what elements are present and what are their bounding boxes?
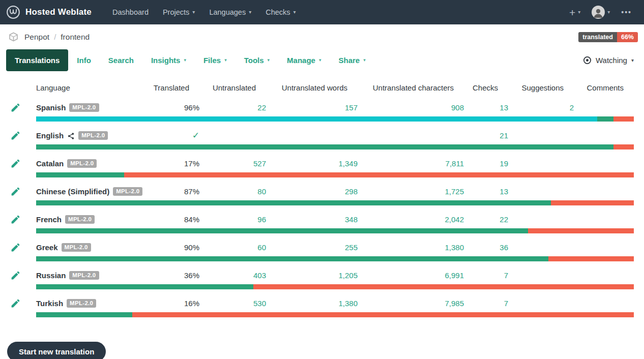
source-language-icon	[67, 132, 75, 140]
edit-translation-button[interactable]	[10, 214, 36, 225]
chevron-down-icon: ▾	[319, 58, 321, 63]
tab-info[interactable]: Info	[68, 49, 100, 71]
watching-dropdown[interactable]: Watching ▾	[583, 56, 634, 65]
untranslated-count-link[interactable]: 80	[257, 187, 266, 196]
nav-item-projects[interactable]: Projects▾	[157, 4, 200, 20]
start-new-translation-button[interactable]: Start new translation	[7, 342, 106, 359]
checks-count-link[interactable]: 19	[500, 159, 508, 168]
untranslated-characters-link[interactable]: 908	[451, 103, 464, 112]
language-name[interactable]: French	[36, 215, 62, 224]
chevron-down-icon: ▾	[192, 10, 195, 15]
translated-percent: 16%	[184, 299, 199, 308]
tab-insights[interactable]: Insights▾	[142, 49, 195, 71]
overflow-menu-button[interactable]: •••	[618, 6, 635, 18]
tab-search[interactable]: Search	[100, 49, 142, 71]
tab-translations[interactable]: Translations	[6, 49, 68, 71]
untranslated-count-link[interactable]: 22	[257, 103, 266, 112]
license-badge[interactable]: MPL-2.0	[78, 131, 108, 140]
language-name[interactable]: Spanish	[36, 103, 66, 112]
checks-count-link[interactable]: 21	[500, 131, 508, 140]
untranslated-count-link[interactable]: 96	[257, 215, 266, 224]
suggestions-count-link[interactable]: 2	[570, 103, 574, 112]
untranslated-characters-link[interactable]: 1,725	[445, 187, 464, 196]
license-badge[interactable]: MPL-2.0	[67, 299, 96, 308]
untranslated-words-link[interactable]: 1,380	[338, 299, 358, 308]
edit-translation-button[interactable]	[10, 242, 36, 253]
tab-files[interactable]: Files▾	[195, 49, 236, 71]
languages-table: Language Translated Untranslated Untrans…	[10, 83, 634, 317]
language-name[interactable]: Chinese (Simplified)	[36, 187, 109, 196]
weblate-brand[interactable]: Hosted Weblate	[6, 5, 92, 19]
edit-translation-button[interactable]	[10, 102, 36, 113]
untranslated-words-link[interactable]: 1,205	[338, 271, 358, 280]
top-navbar: Hosted Weblate Dashboard Projects▾ Langu…	[0, 0, 644, 24]
checks-count-link[interactable]: 13	[500, 103, 508, 112]
breadcrumb-component-link[interactable]: frontend	[61, 33, 90, 42]
tab-tools[interactable]: Tools▾	[236, 49, 278, 71]
nav-item-languages[interactable]: Languages▾	[203, 4, 257, 20]
untranslated-count-link[interactable]: 530	[253, 299, 266, 308]
license-badge[interactable]: MPL-2.0	[67, 159, 97, 168]
progress-bar[interactable]	[36, 284, 634, 289]
translated-status-badge[interactable]: translated 66%	[578, 32, 638, 42]
untranslated-words-link[interactable]: 157	[345, 103, 358, 112]
edit-translation-button[interactable]	[10, 298, 36, 309]
language-name[interactable]: Catalan	[36, 159, 64, 168]
license-badge[interactable]: MPL-2.0	[62, 243, 91, 252]
progress-bar[interactable]	[36, 256, 634, 261]
col-header-untranslated: Untranslated	[199, 83, 266, 92]
untranslated-characters-link[interactable]: 7,811	[446, 159, 464, 168]
add-menu-button[interactable]: + ▾	[566, 5, 583, 20]
progress-bar[interactable]	[36, 312, 634, 317]
tab-share[interactable]: Share▾	[330, 49, 374, 71]
edit-translation-button[interactable]	[10, 158, 36, 169]
progress-bar[interactable]	[36, 144, 634, 149]
checks-count-link[interactable]: 7	[504, 299, 508, 308]
language-table-body: Spanish MPL-2.0 96% 22 157 908 13 2	[10, 100, 634, 317]
checks-count-link[interactable]: 7	[504, 271, 508, 280]
edit-translation-button[interactable]	[10, 270, 36, 281]
progress-segment-untranslated	[613, 144, 634, 149]
untranslated-count-link[interactable]: 60	[257, 243, 266, 252]
chevron-down-icon: ▾	[363, 58, 366, 63]
translated-percent: 96%	[184, 103, 199, 112]
pencil-icon	[10, 102, 21, 113]
pencil-icon	[10, 186, 21, 197]
breadcrumb-project-link[interactable]: Penpot	[24, 33, 49, 42]
language-name[interactable]: Greek	[36, 243, 58, 252]
table-row: English MPL-2.0 ✓ 21	[10, 128, 634, 149]
license-badge[interactable]: MPL-2.0	[65, 215, 95, 224]
untranslated-characters-link[interactable]: 6,991	[445, 271, 464, 280]
checks-count-link[interactable]: 22	[500, 215, 508, 224]
component-tabs: Translations Info Search Insights▾ Files…	[0, 48, 644, 71]
progress-bar[interactable]	[36, 116, 634, 122]
progress-bar[interactable]	[36, 200, 634, 205]
license-badge[interactable]: MPL-2.0	[69, 271, 99, 280]
nav-item-checks[interactable]: Checks▾	[260, 4, 301, 20]
nav-item-dashboard[interactable]: Dashboard	[107, 4, 154, 20]
language-name[interactable]: Turkish	[36, 299, 63, 308]
untranslated-characters-link[interactable]: 7,985	[445, 299, 464, 308]
tab-manage[interactable]: Manage▾	[278, 49, 330, 71]
progress-bar[interactable]	[36, 228, 634, 233]
untranslated-characters-link[interactable]: 2,042	[445, 215, 464, 224]
untranslated-count-link[interactable]: 527	[253, 159, 266, 168]
license-badge[interactable]: MPL-2.0	[69, 103, 99, 112]
table-row: Russian MPL-2.0 36% 403 1,205 6,991 7	[10, 267, 634, 289]
user-menu-button[interactable]: ▾	[589, 4, 613, 21]
untranslated-words-link[interactable]: 348	[345, 215, 358, 224]
edit-translation-button[interactable]	[10, 186, 36, 197]
untranslated-characters-link[interactable]: 1,380	[445, 243, 464, 252]
edit-translation-button[interactable]	[10, 130, 36, 141]
language-name[interactable]: Russian	[36, 271, 66, 280]
untranslated-words-link[interactable]: 255	[345, 243, 358, 252]
license-badge[interactable]: MPL-2.0	[113, 187, 142, 196]
untranslated-count-link[interactable]: 403	[253, 271, 266, 280]
untranslated-words-link[interactable]: 298	[345, 187, 358, 196]
untranslated-words-link[interactable]: 1,349	[338, 159, 358, 168]
progress-segment-untranslated	[132, 312, 634, 317]
progress-bar[interactable]	[36, 172, 634, 177]
checks-count-link[interactable]: 13	[500, 187, 508, 196]
language-name[interactable]: English	[36, 131, 64, 140]
checks-count-link[interactable]: 36	[500, 243, 508, 252]
